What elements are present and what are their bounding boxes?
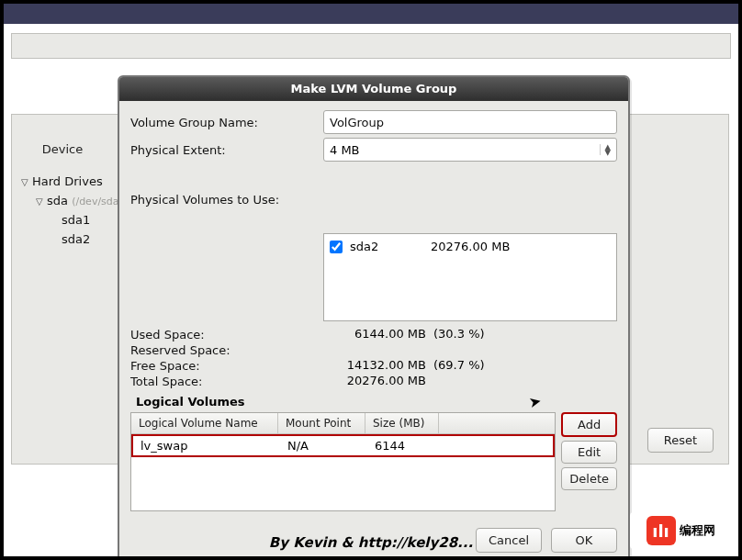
lv-section-title: Logical Volumes xyxy=(130,395,617,409)
tree-disk[interactable]: ▽sda (/dev/sda xyxy=(21,191,119,210)
vg-name-label: Volume Group Name: xyxy=(130,116,323,129)
pe-value: 4 MB xyxy=(330,143,360,157)
pe-select[interactable]: 4 MB ▴▾ xyxy=(323,138,617,162)
lv-header-size: Size (MB) xyxy=(365,413,439,433)
pv-checkbox[interactable] xyxy=(330,241,343,253)
lv-table: Logical Volume Name Mount Point Size (MB… xyxy=(130,412,556,511)
expander-icon[interactable]: ▽ xyxy=(21,177,32,187)
pv-size: 20276.00 MB xyxy=(431,240,510,253)
reset-button[interactable]: Reset xyxy=(647,428,714,453)
pv-list: sda2 20276.00 MB xyxy=(323,233,617,321)
pv-item[interactable]: sda2 20276.00 MB xyxy=(330,240,611,253)
pv-name: sda2 xyxy=(350,240,423,253)
lv-header-row: Logical Volume Name Mount Point Size (MB… xyxy=(131,413,555,434)
delete-button[interactable]: Delete xyxy=(561,467,617,490)
lv-cell-size: 6144 xyxy=(367,436,441,455)
pv-label: Physical Volumes to Use: xyxy=(130,165,323,207)
device-header: Device xyxy=(12,115,113,156)
tree-partition[interactable]: sda2 xyxy=(21,230,119,249)
space-summary: Used Space:6144.00 MB(30.3 %) Reserved S… xyxy=(130,327,617,389)
lv-cell-mount: N/A xyxy=(280,436,367,455)
edit-button[interactable]: Edit xyxy=(561,441,617,464)
pe-label: Physical Extent: xyxy=(130,143,323,157)
lv-row[interactable]: lv_swap N/A 6144 xyxy=(131,434,555,457)
window-topbar xyxy=(4,4,738,24)
attribution: By Kevin & http://kely28... xyxy=(4,534,738,551)
add-button[interactable]: Add xyxy=(561,412,617,437)
lv-cell-name: lv_swap xyxy=(133,436,280,455)
tree-partition[interactable]: sda1 xyxy=(21,210,119,230)
lvm-dialog: Make LVM Volume Group Volume Group Name:… xyxy=(118,75,630,560)
site-logo: ılı 编程网 xyxy=(630,512,731,549)
header-band xyxy=(11,33,731,59)
logo-icon: ılı xyxy=(646,516,676,545)
expander-icon[interactable]: ▽ xyxy=(36,196,47,207)
dialog-title: Make LVM Volume Group xyxy=(119,77,628,101)
device-tree: ▽Hard Drives ▽sda (/dev/sda sda1 sda2 xyxy=(14,172,127,249)
tree-root[interactable]: ▽Hard Drives xyxy=(21,172,119,191)
lv-header-mount: Mount Point xyxy=(278,413,365,433)
vg-name-input[interactable] xyxy=(323,110,617,134)
spinner-icon[interactable]: ▴▾ xyxy=(600,144,611,155)
lv-header-name: Logical Volume Name xyxy=(131,413,278,433)
logo-text: 编程网 xyxy=(680,522,715,539)
